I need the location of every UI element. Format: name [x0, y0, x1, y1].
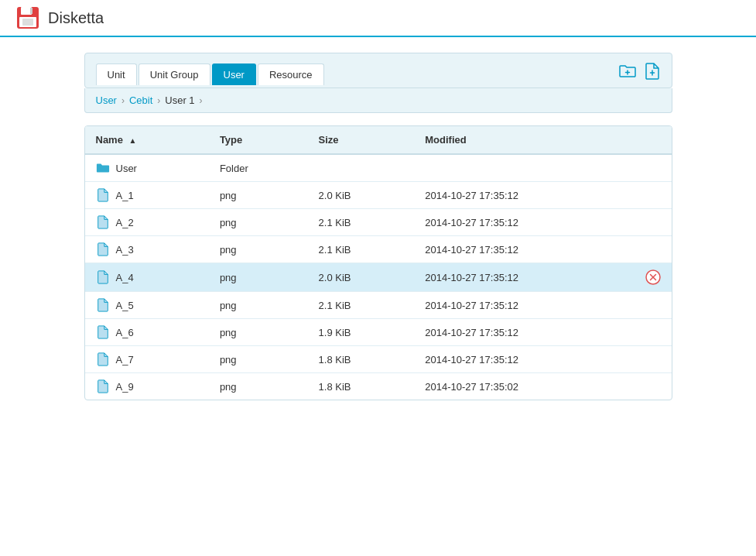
cell-name: A_6	[85, 319, 209, 346]
cell-type: png	[209, 292, 308, 319]
cell-type: png	[209, 263, 308, 292]
table-row[interactable]: A_5 png2.1 KiB2014-10-27 17:35:12	[85, 292, 672, 319]
app-title: Disketta	[48, 9, 104, 27]
cell-type: png	[209, 209, 308, 236]
cell-type: png	[209, 346, 308, 373]
breadcrumb-sep-1: ›	[157, 95, 160, 106]
cell-modified: 2014-10-27 17:35:12	[414, 182, 671, 209]
table-row[interactable]: A_2 png2.1 KiB2014-10-27 17:35:12	[85, 209, 672, 236]
main-content: Unit Unit Group User Resource	[69, 37, 688, 416]
table-row[interactable]: A_4 png2.0 KiB2014-10-27 17:35:12	[85, 263, 672, 292]
delete-icon	[645, 269, 661, 285]
cell-name: A_7	[85, 346, 209, 373]
file-name: A_5	[116, 300, 134, 311]
folder-icon	[96, 161, 110, 175]
add-folder-icon	[619, 64, 636, 78]
file-name: A_1	[116, 190, 134, 201]
table-row[interactable]: A_1 png2.0 KiB2014-10-27 17:35:12	[85, 182, 672, 209]
cell-size	[308, 154, 415, 182]
cell-name: User	[85, 154, 209, 182]
cell-modified: 2014-10-27 17:35:12	[414, 236, 671, 263]
breadcrumb-sep-0: ›	[121, 95, 125, 106]
cell-type: png	[209, 182, 308, 209]
cell-size: 2.1 KiB	[308, 292, 415, 319]
svg-rect-2	[30, 8, 32, 14]
cell-size: 1.9 KiB	[308, 319, 415, 346]
tab-container: Unit Unit Group User Resource	[84, 53, 672, 88]
col-header-name[interactable]: Name ▲	[85, 126, 209, 154]
cell-type: Folder	[209, 154, 308, 182]
cell-modified: 2014-10-27 17:35:12	[414, 292, 671, 319]
table-row[interactable]: A_9 png1.8 KiB2014-10-27 17:35:02	[85, 373, 672, 400]
file-name: A_9	[116, 381, 134, 393]
cell-size: 2.1 KiB	[308, 209, 415, 236]
table-row[interactable]: A_6 png1.9 KiB2014-10-27 17:35:12	[85, 319, 672, 346]
file-icon	[96, 215, 110, 229]
cell-modified	[414, 154, 671, 182]
delete-button[interactable]	[645, 269, 661, 285]
cell-name: A_5	[85, 292, 209, 319]
add-file-button[interactable]	[644, 61, 661, 81]
logo-icon	[15, 5, 40, 30]
breadcrumb-item-2: User 1	[165, 94, 194, 106]
svg-rect-4	[22, 19, 33, 26]
cell-modified: 2014-10-27 17:35:12	[414, 346, 671, 373]
file-icon	[96, 242, 110, 256]
file-icon	[96, 352, 110, 366]
file-name: User	[116, 163, 137, 174]
file-table: Name ▲ Type Size Modified User Folder A_…	[85, 126, 672, 400]
breadcrumb-item-1[interactable]: Cebit	[129, 94, 152, 106]
cell-modified: 2014-10-27 17:35:12	[414, 263, 671, 292]
add-file-icon	[645, 63, 659, 80]
file-table-wrapper: Name ▲ Type Size Modified User Folder A_…	[84, 125, 672, 400]
file-name: A_3	[116, 244, 134, 256]
app-header: Disketta	[0, 0, 756, 37]
table-row[interactable]: A_3 png2.1 KiB2014-10-27 17:35:12	[85, 236, 672, 263]
file-icon	[96, 298, 110, 312]
file-icon	[96, 270, 110, 284]
nav-container: Unit Unit Group User Resource	[84, 53, 672, 113]
tab-list: Unit Unit Group User Resource	[96, 63, 324, 85]
file-icon	[96, 325, 110, 339]
tab-unit[interactable]: Unit	[96, 63, 137, 85]
cell-type: png	[209, 373, 308, 400]
table-header-row: Name ▲ Type Size Modified	[85, 126, 672, 154]
breadcrumb: User › Cebit › User 1 ›	[84, 88, 672, 113]
table-row[interactable]: User Folder	[85, 154, 672, 182]
tab-bar: Unit Unit Group User Resource	[96, 61, 661, 88]
cell-modified: 2014-10-27 17:35:02	[414, 373, 671, 400]
col-header-size: Size	[308, 126, 415, 154]
col-header-modified: Modified	[414, 126, 671, 154]
cell-name: A_1	[85, 182, 209, 209]
file-icon	[96, 188, 110, 202]
col-header-type: Type	[209, 126, 308, 154]
app-logo: Disketta	[15, 5, 104, 30]
tab-unit-group[interactable]: Unit Group	[139, 63, 210, 85]
cell-size: 1.8 KiB	[308, 373, 415, 400]
toolbar-actions	[617, 61, 661, 88]
cell-modified: 2014-10-27 17:35:12	[414, 209, 671, 236]
cell-name: A_4	[85, 263, 209, 292]
cell-name: A_3	[85, 236, 209, 263]
file-icon	[96, 379, 110, 393]
cell-size: 2.0 KiB	[308, 182, 415, 209]
cell-type: png	[209, 236, 308, 263]
file-name: A_2	[116, 217, 134, 228]
tab-user[interactable]: User	[212, 63, 256, 85]
tab-resource[interactable]: Resource	[258, 63, 324, 85]
breadcrumb-item-0[interactable]: User	[96, 94, 117, 106]
cell-name: A_2	[85, 209, 209, 236]
file-name: A_7	[116, 354, 134, 366]
cell-size: 2.1 KiB	[308, 236, 415, 263]
cell-size: 1.8 KiB	[308, 346, 415, 373]
cell-name: A_9	[85, 373, 209, 400]
add-folder-button[interactable]	[617, 61, 638, 81]
file-name: A_6	[116, 327, 134, 338]
sort-arrow-name: ▲	[129, 136, 137, 145]
cell-type: png	[209, 319, 308, 346]
file-name: A_4	[116, 272, 134, 283]
breadcrumb-sep-2: ›	[200, 95, 203, 106]
table-row[interactable]: A_7 png1.8 KiB2014-10-27 17:35:12	[85, 346, 672, 373]
svg-rect-1	[21, 7, 32, 15]
cell-size: 2.0 KiB	[308, 263, 415, 292]
